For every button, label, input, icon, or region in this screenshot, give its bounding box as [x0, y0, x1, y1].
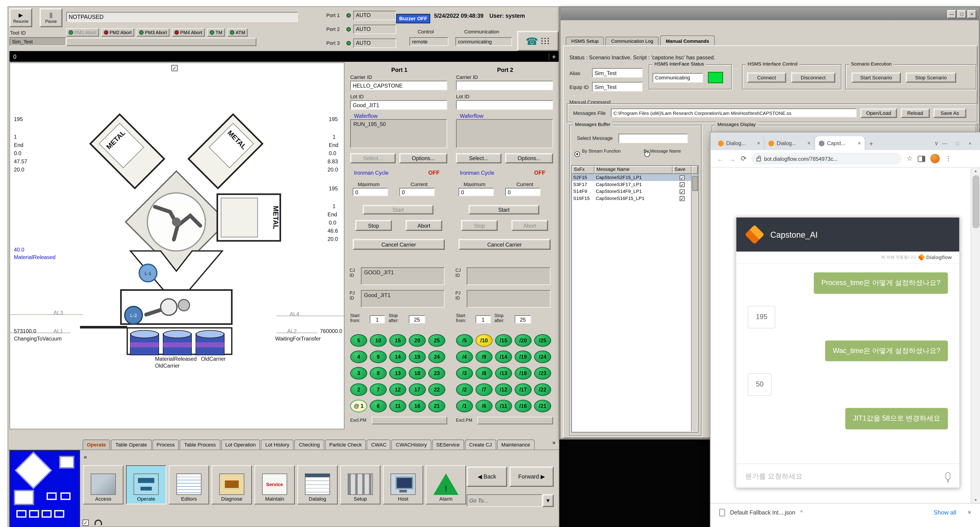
maximize-button[interactable]: □ [957, 10, 966, 18]
cj-id-box[interactable] [467, 267, 550, 285]
slot-button[interactable]: /13 [495, 367, 512, 379]
launcher-button[interactable]: Access [83, 465, 123, 505]
new-tab-button[interactable]: + [869, 140, 873, 147]
minimize-button[interactable]: — [947, 10, 956, 18]
pm-abort-button[interactable]: ATM [228, 29, 248, 37]
slot-button[interactable]: /9 [476, 350, 493, 363]
pm-abort-button[interactable]: PM3 Abort [137, 29, 170, 37]
tab-close-icon[interactable]: × [807, 140, 811, 146]
call-button[interactable]: ☎ [517, 31, 559, 51]
screen-tab[interactable]: Create CJ [465, 439, 496, 449]
pause-button[interactable]: || Pause [40, 8, 62, 27]
screen-tab[interactable]: Table Process [180, 439, 220, 449]
disconnect-button[interactable]: Disconnect [791, 73, 835, 83]
slot-button[interactable]: 24 [428, 350, 445, 363]
slot-button[interactable]: /14 [495, 350, 512, 363]
slot-button[interactable]: 16 [409, 399, 426, 412]
screen-tab[interactable]: Particle Check [325, 439, 366, 449]
start-scenario-button[interactable]: Start Scenario [852, 73, 901, 83]
slot-button[interactable]: 14 [389, 350, 406, 363]
slot-button[interactable]: /12 [495, 383, 512, 396]
slot-button[interactable]: /11 [495, 399, 512, 412]
screen-tab[interactable]: Checking [294, 439, 324, 449]
schematic-checkbox[interactable] [171, 65, 178, 72]
pm-abort-button[interactable]: PM4 Abort [172, 29, 205, 37]
slot-button[interactable]: /8 [476, 367, 493, 379]
slot-button[interactable]: 19 [409, 350, 426, 363]
by-stream-radio[interactable] [574, 151, 580, 157]
chat-input[interactable] [745, 472, 945, 479]
slot-button[interactable]: 8 [370, 367, 387, 379]
carrier-id-field[interactable] [456, 81, 553, 90]
launcher-button[interactable]: Setup [340, 465, 380, 505]
slot-button[interactable]: /24 [534, 350, 551, 363]
start-button[interactable]: Start [363, 205, 433, 214]
maximum-field[interactable]: 0 [353, 188, 388, 196]
scroll-up-icon[interactable]: ▲ [971, 169, 980, 173]
cancel-carrier-button[interactable]: Cancel Carrier [458, 239, 550, 250]
minihost-tab[interactable]: Communication Log [606, 37, 659, 45]
browser-menu-icon[interactable]: ⋮ [945, 155, 951, 163]
launcher-button[interactable]: Editors [169, 465, 209, 505]
screen-tab[interactable]: CWACHistory [391, 439, 431, 449]
slot-button[interactable]: 20 [409, 334, 426, 347]
download-expand-icon[interactable]: ^ [800, 509, 803, 515]
browser-reload-icon[interactable]: ⟳ [741, 155, 747, 163]
carrier-id-field[interactable]: HELLO_CAPSTONE [350, 81, 447, 90]
cancel-carrier-button[interactable]: Cancel Carrier [353, 239, 445, 250]
select-message-field[interactable] [619, 134, 688, 143]
equip-id-field[interactable]: Sim_Test [592, 82, 643, 91]
resume-button[interactable]: ▶ Resume [10, 8, 32, 27]
save-checkbox[interactable] [679, 196, 685, 201]
message-row[interactable]: S14F9 CapStoneS14F9_LP1 [572, 188, 698, 195]
slot-button[interactable]: /17 [515, 383, 532, 396]
cj-id-box[interactable]: GOOD_JIT1 [361, 267, 445, 285]
launcher-button[interactable]: Service Maintain [255, 465, 295, 505]
slot-button[interactable]: /1 [456, 399, 473, 412]
stop-after-field[interactable]: 25 [515, 315, 531, 323]
stop-button[interactable]: Stop [461, 220, 498, 231]
start-from-field[interactable]: 1 [476, 315, 491, 323]
launcher-button[interactable]: Operate [126, 465, 166, 505]
message-row[interactable]: S3F17 CapStoneS3F17_LP1 [572, 181, 698, 188]
message-row[interactable]: S2F15 CapStoneS2F15_LP1 [572, 174, 698, 181]
maximum-field[interactable]: 0 [458, 188, 494, 196]
select-button[interactable]: Select... [456, 153, 501, 163]
slot-button[interactable]: 22 [428, 383, 445, 396]
browser-tab[interactable]: Dialog... × [714, 136, 765, 150]
close-button[interactable]: × [967, 10, 976, 18]
launcher-button[interactable]: Diagnose [212, 465, 252, 505]
pm-abort-button[interactable]: TM [207, 29, 225, 37]
waferflow-list[interactable] [456, 119, 553, 148]
browser-maximize-button[interactable]: □ [951, 141, 964, 146]
tab-close-icon[interactable]: × [858, 140, 861, 146]
select-button[interactable]: Select... [350, 153, 396, 163]
reload-button[interactable]: Reload [901, 109, 930, 118]
buzzer-button[interactable]: Buzzer OFF [396, 14, 430, 24]
current-field[interactable]: 0 [399, 188, 434, 196]
page-scrollbar[interactable]: ▲ ▼ [971, 168, 980, 503]
stop-scenario-button[interactable]: Stop Scenario [906, 73, 956, 83]
tabs-scroll-right[interactable]: » [552, 439, 555, 446]
lot-id-field[interactable] [456, 100, 553, 110]
stop-after-field[interactable]: 25 [409, 315, 425, 323]
slot-button[interactable]: 15 [389, 334, 406, 347]
browser-back-icon[interactable]: ← [717, 155, 724, 162]
slot-button[interactable]: 25 [428, 334, 445, 347]
connect-button[interactable]: Connect [747, 73, 786, 83]
table-scrollbar[interactable] [691, 175, 697, 431]
bookmark-star-icon[interactable]: ☆ [907, 155, 913, 163]
screen-tab[interactable]: SEService [432, 439, 464, 449]
pj-id-box[interactable] [467, 290, 550, 308]
excl-pm-bar[interactable] [372, 417, 447, 424]
slot-button[interactable]: /16 [515, 399, 532, 412]
launcher-button[interactable]: Datalog [297, 465, 337, 505]
show-all-link[interactable]: Show all [934, 509, 956, 516]
side-panel-icon[interactable] [918, 155, 925, 162]
slot-button[interactable]: @ 1 [350, 399, 367, 412]
slot-button[interactable]: /6 [476, 399, 493, 412]
current-field[interactable]: 0 [505, 188, 540, 196]
browser-minimize-button[interactable]: — [939, 141, 951, 146]
slot-button[interactable]: /4 [456, 350, 473, 363]
open-load-button[interactable]: Open/Load [861, 109, 897, 118]
